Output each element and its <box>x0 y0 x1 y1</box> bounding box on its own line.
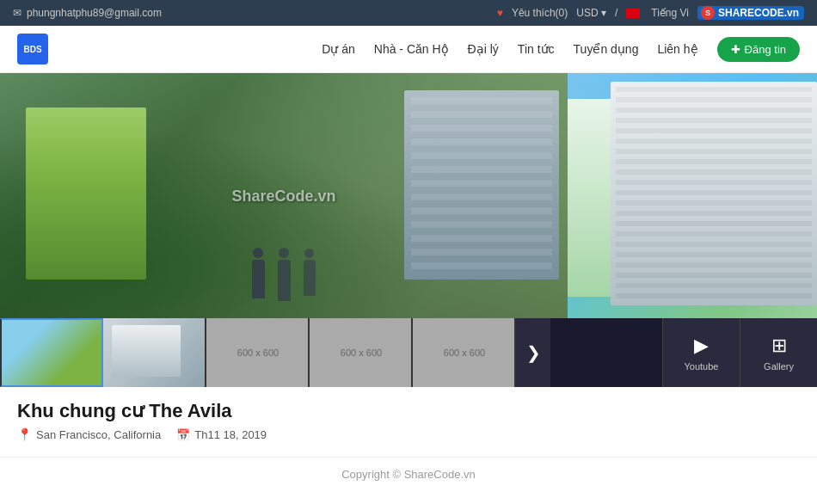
thumbnail-next-button[interactable]: ❯ <box>516 318 550 387</box>
flag-icon <box>626 9 640 18</box>
favorites-text: Yêu thích(0) <box>512 7 568 19</box>
location-meta: 📍 San Francisco, California <box>17 427 161 441</box>
thumbnail-1[interactable] <box>0 318 103 387</box>
property-title: Khu chung cư The Avila <box>17 400 800 422</box>
thumb-placeholder-2: 600 x 600 <box>310 318 413 387</box>
nav-nha-can-ho[interactable]: Nhà - Căn Hộ <box>374 42 449 56</box>
nav-links: Dự án Nhà - Căn Hộ Đại lý Tin tức Tuyển … <box>322 37 800 62</box>
thumb-img-1 <box>2 320 101 385</box>
next-icon: ❯ <box>526 342 541 363</box>
gallery-label: Gallery <box>764 361 794 372</box>
hero-side-image <box>568 73 817 318</box>
top-bar: ✉ phungnhatphu89@gmail.com ♥ Yêu thích(0… <box>0 0 817 26</box>
building-left <box>26 108 146 280</box>
nav-lien-he[interactable]: Liên hệ <box>657 42 697 56</box>
heart-icon: ♥ <box>497 7 503 19</box>
logo-icon: BDS <box>17 34 48 65</box>
date-text: Th11 18, 2019 <box>194 428 267 441</box>
people-silhouettes <box>252 260 316 301</box>
thumbnail-3[interactable]: 600 x 600 <box>206 318 310 387</box>
thumbnail-4[interactable]: 600 x 600 <box>310 318 413 387</box>
thumbnail-5[interactable]: 600 x 600 <box>413 318 516 387</box>
nav-du-an[interactable]: Dự án <box>322 42 355 56</box>
gallery-button[interactable]: ⊞ Gallery <box>740 318 817 387</box>
gallery-icon: ⊞ <box>771 335 787 357</box>
thumb-img-2 <box>103 318 205 387</box>
property-meta: 📍 San Francisco, California 📅 Th11 18, 2… <box>17 427 800 441</box>
hero-bg <box>0 73 568 318</box>
nav-logo: BDS <box>17 34 48 65</box>
nav-tin-tuc[interactable]: Tin tức <box>518 42 555 56</box>
location-text: San Francisco, California <box>36 428 161 441</box>
thumbnail-row: 600 x 600 600 x 600 600 x 600 ❯ ▶ Youtub… <box>0 318 817 387</box>
date-meta: 📅 Th11 18, 2019 <box>176 428 267 441</box>
brand-icon: S <box>701 6 715 20</box>
location-icon: 📍 <box>17 427 32 441</box>
language-selector[interactable]: Tiếng Vi <box>651 7 689 19</box>
thumb-placeholder-1: 600 x 600 <box>206 318 310 387</box>
building-right <box>404 90 559 280</box>
currency-selector[interactable]: USD ▾ <box>576 7 606 19</box>
hero-gallery: ShareCode.vn <box>0 73 817 318</box>
navbar: BDS Dự án Nhà - Căn Hộ Đại lý Tin tức Tu… <box>0 26 817 73</box>
register-button[interactable]: ✚ Đăng tin <box>717 37 800 62</box>
email-icon: ✉ <box>13 7 22 19</box>
separator: / <box>615 7 617 19</box>
plus-icon: ✚ <box>731 43 740 56</box>
youtube-button[interactable]: ▶ Youtube <box>662 318 740 387</box>
nav-tuyen-dung[interactable]: Tuyển dụng <box>574 42 639 56</box>
brand-logo: S SHARECODE.vn <box>697 6 804 20</box>
side-building-main <box>611 82 817 305</box>
youtube-label: Youtube <box>685 361 719 372</box>
hero-main-image: ShareCode.vn <box>0 73 568 318</box>
email-text: phungnhatphu89@gmail.com <box>27 7 162 19</box>
calendar-icon: 📅 <box>176 428 190 441</box>
thumb-placeholder-3: 600 x 600 <box>413 318 516 387</box>
top-bar-right: ♥ Yêu thích(0) USD ▾ / Tiếng Vi S SHAREC… <box>497 6 804 20</box>
top-bar-left: ✉ phungnhatphu89@gmail.com <box>13 7 162 19</box>
thumbnail-2[interactable] <box>103 318 206 387</box>
youtube-icon: ▶ <box>694 335 709 357</box>
property-info: Khu chung cư The Avila 📍 San Francisco, … <box>0 387 817 450</box>
nav-dai-ly[interactable]: Đại lý <box>468 42 499 56</box>
footer-copyright: Copyright © ShareCode.vn <box>0 457 817 491</box>
